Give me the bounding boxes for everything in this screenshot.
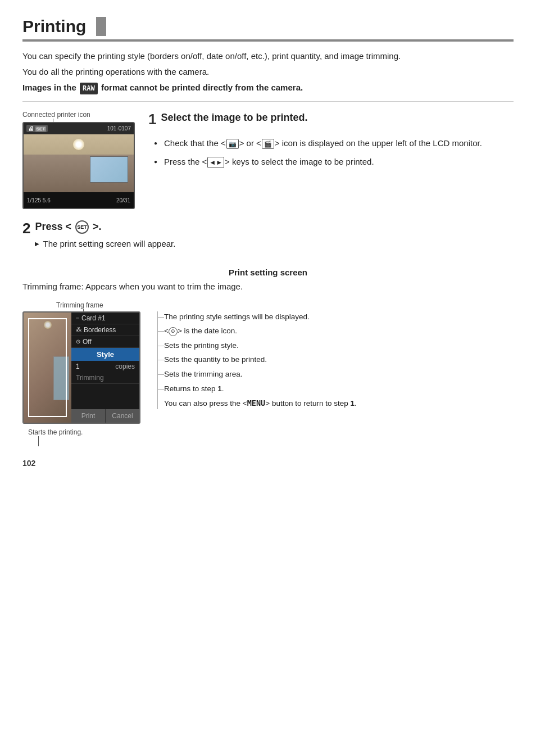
print-trimming-label: Trimming xyxy=(76,374,104,382)
title-bar-decoration xyxy=(96,17,106,36)
print-style-label: Style xyxy=(97,350,114,359)
intro-line2: You do all the printing operations with … xyxy=(22,65,514,79)
annotation-6-text: Returns to step 1. xyxy=(164,383,224,395)
step1-section: Connected printer icon 🖨 SET 101-0107 1/… xyxy=(22,111,514,209)
step1-bullets: Check that the <📷> or <🎬> icon is displa… xyxy=(154,137,514,168)
lcd-file-num: 101-0107 xyxy=(107,125,131,132)
icon-camera-play: 📷 xyxy=(226,139,239,150)
lcd-printer-icon: 🖨 SET xyxy=(26,125,48,132)
arrow-left-key: ◄► xyxy=(207,157,224,168)
step2-sub-label: The print setting screen will appear. xyxy=(43,239,175,248)
lcd-bottom-bar: 1/125 5.6 20/31 xyxy=(24,192,134,208)
print-setting-subtitle: Trimming frame: Appears when you want to… xyxy=(22,280,514,293)
print-starts-label: Starts the printing. xyxy=(22,428,146,436)
print-menu-card: ⎓ Card #1 xyxy=(71,313,139,324)
annotation-2: <⊙> is the date icon. xyxy=(157,325,514,337)
annotation-3: Sets the printing style. xyxy=(157,340,514,351)
annotation-4-text: Sets the quantity to be printed. xyxy=(164,354,267,365)
annotation-4: Sets the quantity to be printed. xyxy=(157,354,514,365)
print-menu-off: ⊙ Off xyxy=(71,336,139,348)
print-menu-borderless-text: Borderless xyxy=(84,326,116,334)
annotation-1: The printing style settings will be disp… xyxy=(157,311,514,323)
annotation-lines-wrap: The printing style settings will be disp… xyxy=(157,311,514,410)
set-button-icon: SET xyxy=(75,220,89,234)
step2-title: Press < SET >. xyxy=(35,220,175,234)
lcd-room xyxy=(24,134,134,192)
step2-title-prefix: Press < xyxy=(35,221,74,232)
annotation-3-text: Sets the printing style. xyxy=(164,340,239,351)
step2-number: 2 xyxy=(22,220,30,237)
tick-3 xyxy=(157,346,164,346)
print-menu-borderless: ⁂ Borderless xyxy=(71,324,139,336)
icon-camera-movie: 🎬 xyxy=(262,139,274,150)
lcd-window xyxy=(90,156,129,182)
tick-6 xyxy=(157,389,164,390)
step1-title: Select the image to be printed. xyxy=(161,111,307,124)
tick-4 xyxy=(157,360,164,360)
step1-instructions: 1 Select the image to be printed. Check … xyxy=(148,111,514,209)
starts-label-text: Starts the printing. xyxy=(28,428,83,436)
lcd-top-bar: 🖨 SET 101-0107 xyxy=(24,123,134,134)
tick-5 xyxy=(157,374,164,375)
lcd-shutter-speed: 1/125 5.6 xyxy=(27,197,51,203)
print-copies-label: copies xyxy=(115,363,135,370)
print-trim-frame xyxy=(28,318,67,417)
annotation-5-text: Sets the trimming area. xyxy=(164,369,243,380)
print-lcd-left xyxy=(24,313,71,423)
annotation-7: You can also press the <MENU> button to … xyxy=(157,397,514,409)
annotation-2-text: <⊙> is the date icon. xyxy=(164,325,237,337)
annotation-5: Sets the trimming area. xyxy=(157,369,514,380)
lcd-screen: 🖨 SET 101-0107 1/125 5.6 20/31 xyxy=(22,122,135,209)
print-button[interactable]: Print xyxy=(71,409,106,423)
print-lcd-right: ⎓ Card #1 ⁂ Borderless ⊙ Off Style xyxy=(71,313,139,423)
step2-section: 2 Press < SET >. The print setting scree… xyxy=(22,220,514,251)
step1-bullet1: Check that the <📷> or <🎬> icon is displa… xyxy=(154,137,514,150)
cancel-button[interactable]: Cancel xyxy=(106,409,139,423)
print-menu-trimming: Trimming xyxy=(71,372,139,384)
page-number: 102 xyxy=(22,459,514,468)
annotation-1-text: The printing style settings will be disp… xyxy=(164,311,310,323)
print-menu-card-text: Card #1 xyxy=(81,314,106,322)
step2-sub-text: The print setting screen will appear. xyxy=(35,237,175,251)
page-title: Printing xyxy=(22,17,514,42)
lcd-light xyxy=(73,139,84,150)
print-lcd: ⎓ Card #1 ⁂ Borderless ⊙ Off Style xyxy=(22,311,140,424)
section-divider xyxy=(22,101,514,102)
lcd-frame-count: 20/31 xyxy=(116,197,130,203)
step2-title-suffix: >. xyxy=(90,221,102,232)
tick-1 xyxy=(157,317,164,318)
step1-number: 1 xyxy=(148,112,156,126)
step2-content: Press < SET >. The print setting screen … xyxy=(35,220,175,251)
lcd-container: Connected printer icon 🖨 SET 101-0107 1/… xyxy=(22,111,135,209)
title-text: Printing xyxy=(22,17,86,36)
annotation-7-text: You can also press the <MENU> button to … xyxy=(164,397,357,409)
print-annotations: The printing style settings will be disp… xyxy=(146,311,514,410)
print-lcd-wrap: ⎓ Card #1 ⁂ Borderless ⊙ Off Style xyxy=(22,311,146,436)
lcd-image-area xyxy=(24,134,134,192)
print-setting-title: Print setting screen xyxy=(22,268,514,277)
print-copies-num: 1 xyxy=(76,363,80,370)
raw-badge: RAW xyxy=(80,83,98,94)
lcd-label: Connected printer icon xyxy=(22,111,135,119)
annotation-6: Returns to step 1. xyxy=(157,383,514,395)
intro-line3: Images in the RAW format cannot be print… xyxy=(22,81,514,94)
print-menu-bottom: Print Cancel xyxy=(71,409,139,423)
print-menu-off-text: Off xyxy=(83,338,92,346)
print-screen-row: ⎓ Card #1 ⁂ Borderless ⊙ Off Style xyxy=(22,311,514,436)
print-menu-copies: 1 copies xyxy=(71,361,139,372)
intro-line1: You can specify the printing style (bord… xyxy=(22,49,514,63)
print-setting-section: Print setting screen Trimming frame: App… xyxy=(22,268,514,436)
trim-label-text: Trimming frame xyxy=(56,301,103,309)
trim-frame-label: Trimming frame xyxy=(56,301,514,309)
intro-bold-suffix: format cannot be printed directly from t… xyxy=(101,83,303,92)
intro-bold-prefix: Images in the xyxy=(22,83,76,92)
tick-2 xyxy=(157,331,164,332)
step1-bullet2: Press the <◄►> keys to select the image … xyxy=(154,156,514,169)
print-menu-style: Style xyxy=(71,348,139,361)
